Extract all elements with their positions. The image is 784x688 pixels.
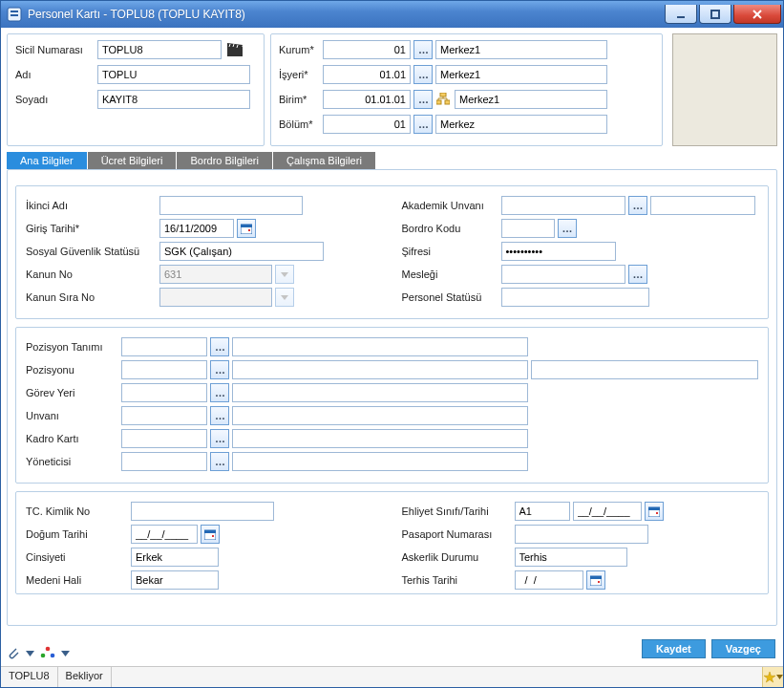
- ehliyet-tarih-input[interactable]: [573, 502, 642, 521]
- tab-ucret-bilgileri[interactable]: Ücret Bilgileri: [88, 152, 177, 169]
- giris-tarihi-cal-button[interactable]: [237, 219, 256, 238]
- pstat-select[interactable]: [501, 288, 649, 307]
- pozisyon-tanimi-lookup[interactable]: [210, 337, 229, 356]
- tab-bordro-bilgileri[interactable]: Bordro Bilgileri: [177, 152, 272, 169]
- askerlik-label: Askerlik Durumu: [402, 551, 515, 563]
- tab-ana-bilgiler[interactable]: Ana Bilgiler: [7, 152, 87, 169]
- position-section: Pozisyon Tanımı Pozisyonu Görev Yeri Un: [15, 327, 769, 484]
- pozisyonu-extra[interactable]: [531, 360, 758, 379]
- gorev-yeri-desc[interactable]: [232, 383, 528, 402]
- employee-photo[interactable]: [672, 33, 777, 146]
- terhis-cal-button[interactable]: [586, 570, 605, 590]
- header-area: Sicil Numarası Adı Soyadı Kurum*: [7, 33, 777, 146]
- pozisyonu-code[interactable]: [121, 360, 207, 379]
- ikinci-adi-input[interactable]: [159, 196, 303, 215]
- medeni-select[interactable]: Bekar: [131, 570, 219, 590]
- adi-input[interactable]: [97, 65, 250, 84]
- kurum-label: Kurum*: [279, 44, 323, 55]
- unvani-label: Unvanı: [26, 410, 121, 421]
- kadro-karti-code[interactable]: [121, 429, 207, 448]
- bordro-label: Bordro Kodu: [402, 223, 501, 234]
- isyeri-lookup-button[interactable]: [413, 65, 433, 84]
- pozisyonu-lookup[interactable]: [210, 360, 229, 379]
- akademik-input[interactable]: [501, 196, 625, 215]
- kadro-karti-lookup[interactable]: [210, 429, 229, 448]
- kurum-name-input[interactable]: [435, 40, 607, 59]
- nodes-icon[interactable]: [40, 646, 55, 659]
- gorev-yeri-code[interactable]: [121, 383, 207, 402]
- save-button[interactable]: Kaydet: [642, 639, 706, 658]
- bolum-name-input[interactable]: [435, 115, 607, 134]
- org-tree-icon[interactable]: [435, 92, 451, 107]
- akademik-desc-input[interactable]: [650, 196, 755, 215]
- cinsiyet-select[interactable]: Erkek: [131, 548, 219, 567]
- svg-rect-31: [590, 576, 602, 579]
- kurum-lookup-button[interactable]: [413, 40, 433, 59]
- sicil-label: Sicil Numarası: [15, 44, 97, 55]
- sicil-input[interactable]: [97, 40, 222, 59]
- gorev-yeri-lookup[interactable]: [210, 383, 229, 402]
- pozisyonu-desc[interactable]: [232, 360, 528, 379]
- pozisyon-tanimi-code[interactable]: [121, 337, 207, 356]
- organization-box: Kurum* İşyeri* Birim*: [270, 33, 663, 146]
- identity-detail-section: TC. Kimlik No Doğum Tarihi Cinsiyeti Erk…: [15, 491, 769, 594]
- birim-name-input[interactable]: [455, 90, 607, 109]
- svg-rect-26: [212, 535, 214, 537]
- tab-content: İkinci Adı Giriş Tarihi* Sosyal Güvenlik…: [7, 169, 777, 626]
- titlebar: Personel Kartı - TOPLU8 (TOPLU KAYIT8): [1, 1, 783, 28]
- favorite-star-icon[interactable]: [762, 667, 783, 687]
- sgs-select[interactable]: SGK (Çalışan): [159, 242, 324, 261]
- dogum-cal-button[interactable]: [201, 525, 220, 544]
- svg-rect-1: [11, 11, 18, 12]
- yoneticisi-lookup[interactable]: [210, 452, 229, 471]
- pozisyon-tanimi-label: Pozisyon Tanımı: [26, 341, 121, 353]
- bordro-lookup-button[interactable]: [558, 219, 577, 238]
- svg-rect-4: [711, 11, 719, 18]
- birim-lookup-button[interactable]: [413, 90, 433, 109]
- paperclip-dropdown-icon[interactable]: [26, 649, 34, 657]
- pozisyon-tanimi-desc[interactable]: [232, 337, 528, 356]
- tab-calisma-bilgileri[interactable]: Çalışma Bilgileri: [273, 152, 375, 169]
- close-button[interactable]: [733, 5, 781, 24]
- svg-rect-14: [445, 100, 450, 104]
- giris-tarihi-input[interactable]: [159, 219, 234, 238]
- svg-point-34: [46, 647, 51, 652]
- soyadi-input[interactable]: [97, 90, 250, 109]
- akademik-lookup-button[interactable]: [628, 196, 647, 215]
- svg-marker-22: [281, 272, 288, 277]
- kadro-karti-label: Kadro Kartı: [26, 433, 121, 444]
- isyeri-name-input[interactable]: [435, 65, 607, 84]
- meslek-input[interactable]: [501, 265, 625, 284]
- soyadi-label: Soyadı: [15, 94, 97, 105]
- ehliyet-sinif-select[interactable]: A1: [515, 502, 570, 521]
- sifre-input[interactable]: [501, 242, 616, 261]
- ehliyet-label: Ehliyet Sınıfı/Tarihi: [402, 505, 515, 517]
- birim-code-input[interactable]: [323, 90, 411, 109]
- terhis-input[interactable]: [515, 570, 583, 590]
- pasaport-input[interactable]: [515, 525, 648, 544]
- paperclip-icon[interactable]: [7, 645, 20, 660]
- maximize-button[interactable]: [699, 5, 731, 24]
- clapper-icon[interactable]: [227, 43, 243, 56]
- minimize-button[interactable]: [665, 5, 697, 24]
- bordro-input[interactable]: [501, 219, 555, 238]
- tab-bar: Ana Bilgiler Ücret Bilgileri Bordro Bilg…: [7, 152, 777, 169]
- cancel-button[interactable]: Vazgeç: [711, 639, 775, 658]
- bolum-code-input[interactable]: [323, 115, 411, 134]
- unvani-lookup[interactable]: [210, 406, 229, 425]
- tc-input[interactable]: [131, 502, 274, 521]
- unvani-code[interactable]: [121, 406, 207, 425]
- nodes-dropdown-icon[interactable]: [61, 649, 70, 657]
- kurum-code-input[interactable]: [323, 40, 411, 59]
- ehliyet-cal-button[interactable]: [645, 502, 664, 521]
- unvani-desc[interactable]: [232, 406, 528, 425]
- meslek-lookup-button[interactable]: [628, 265, 647, 284]
- bolum-label: Bölüm*: [279, 118, 323, 130]
- askerlik-select[interactable]: Terhis: [515, 548, 627, 567]
- kadro-karti-desc[interactable]: [232, 429, 528, 448]
- dogum-input[interactable]: [131, 525, 198, 544]
- yoneticisi-desc[interactable]: [232, 452, 528, 471]
- isyeri-code-input[interactable]: [323, 65, 411, 84]
- yoneticisi-code[interactable]: [121, 452, 207, 471]
- bolum-lookup-button[interactable]: [413, 115, 433, 134]
